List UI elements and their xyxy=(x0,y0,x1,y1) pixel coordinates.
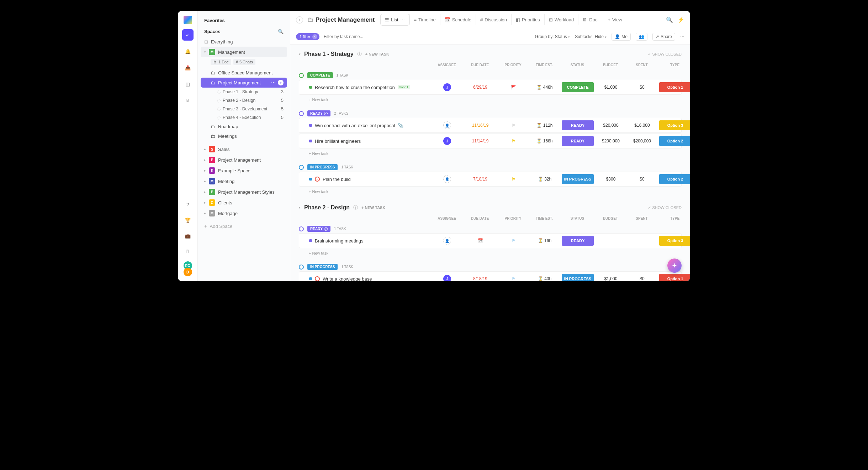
chats-chip[interactable]: # 5 Chats xyxy=(233,59,255,65)
show-closed-button[interactable]: ✓ SHOW CLOSED xyxy=(648,52,682,57)
add-space[interactable]: + Add Space xyxy=(201,221,287,231)
time-est[interactable]: ⏳ 168h xyxy=(530,139,559,143)
status-circle-icon[interactable] xyxy=(299,111,304,116)
due-date[interactable]: 📅 xyxy=(464,238,496,243)
docs-icon[interactable]: 🗎 xyxy=(182,95,194,106)
budget[interactable]: $1,000 xyxy=(597,85,625,90)
more-icon[interactable]: ⋯ xyxy=(271,80,276,85)
logo-icon[interactable] xyxy=(184,16,192,24)
status-pill[interactable]: READY xyxy=(562,120,594,130)
status-circle-icon[interactable] xyxy=(299,73,304,78)
status-pill[interactable]: IN PROGRESS xyxy=(562,274,594,281)
add-task-row[interactable]: + New task xyxy=(299,95,682,104)
space-item[interactable]: ▸MMortgage xyxy=(201,208,287,219)
status-circle-icon[interactable] xyxy=(299,226,304,231)
status-pill[interactable]: COMPLETE xyxy=(562,82,594,92)
task-row[interactable]: − Plan the build 👤 7/18/19 ⚑ ⏳ 32h IN PR… xyxy=(299,172,682,187)
automation-icon[interactable]: ⚡ xyxy=(677,16,684,23)
more-icon[interactable]: ⋯ xyxy=(680,34,684,39)
group-by[interactable]: Group by: Status ▾ xyxy=(535,34,570,39)
spent[interactable]: $0 xyxy=(628,276,656,281)
share-button[interactable]: ↗ Share xyxy=(652,33,675,41)
budget[interactable]: $200,000 xyxy=(597,139,625,143)
status-circle-icon[interactable] xyxy=(299,265,304,270)
collapse-sidebar-button[interactable]: ‹ xyxy=(296,16,303,24)
due-date[interactable]: 8/18/19 xyxy=(464,276,496,281)
phase-item[interactable]: ◌Phase 4 - Execution5 xyxy=(201,113,287,122)
add-view-button[interactable]: + View xyxy=(603,14,626,25)
spent[interactable]: $16,000 xyxy=(628,123,656,128)
space-item[interactable]: ▸PProject Management xyxy=(201,155,287,165)
subtasks-toggle[interactable]: Subtasks: Hide ▾ xyxy=(575,34,607,39)
chevron-down-icon[interactable]: ▾ xyxy=(299,52,301,56)
budget[interactable]: $20,000 xyxy=(597,123,625,128)
phase-item[interactable]: ◌Phase 2 - Design5 xyxy=(201,96,287,105)
status-badge[interactable]: READY ✓ xyxy=(307,226,330,232)
view-tab-schedule[interactable]: 📅Schedule xyxy=(440,14,476,25)
space-item[interactable]: ▸EExample Space xyxy=(201,165,287,176)
due-date[interactable]: 6/29/19 xyxy=(464,85,496,90)
task-row[interactable]: Win contract with an excellent proposal … xyxy=(299,118,682,133)
space-management[interactable]: ▾ M Management xyxy=(201,47,287,57)
priority-flag[interactable]: ⚑ xyxy=(499,139,528,143)
dashboards-icon[interactable]: ◫ xyxy=(182,78,194,90)
info-icon[interactable]: ⓘ xyxy=(357,51,362,57)
inbox-icon[interactable]: 📥 xyxy=(182,62,194,73)
filter-pill[interactable]: 1 filter✕ xyxy=(296,33,319,40)
filter-input[interactable] xyxy=(324,34,395,39)
add-icon[interactable]: + xyxy=(278,80,284,85)
priority-flag[interactable]: ⚑ xyxy=(499,276,528,281)
assignee-empty[interactable]: 👤 xyxy=(443,121,451,129)
type-pill[interactable]: Option 2 xyxy=(659,174,690,184)
budget[interactable]: $1,000 xyxy=(597,276,625,281)
assignee-avatar[interactable]: J xyxy=(443,137,451,145)
me-button[interactable]: 👤 Me xyxy=(612,33,631,41)
type-pill[interactable]: Option 1 xyxy=(659,82,690,92)
time-est[interactable]: ⏳ 32h xyxy=(530,177,559,182)
spent[interactable]: - xyxy=(628,238,656,243)
favorites-heading[interactable]: Favorites xyxy=(201,15,287,26)
work-icon[interactable]: 💼 xyxy=(182,230,194,241)
assignee-empty[interactable]: 👤 xyxy=(443,237,451,245)
add-task-row[interactable]: + New task xyxy=(299,149,682,158)
chevron-down-icon[interactable]: ▾ xyxy=(299,206,301,209)
trophy-icon[interactable]: 🏆 xyxy=(182,214,194,226)
budget[interactable]: $300 xyxy=(597,177,625,182)
status-pill[interactable]: READY xyxy=(562,136,594,146)
space-item[interactable]: ▸PProject Management Styles xyxy=(201,187,287,197)
status-badge[interactable]: COMPLETE xyxy=(307,72,333,78)
search-icon[interactable]: 🔍 xyxy=(278,29,284,34)
status-badge[interactable]: IN PROGRESS xyxy=(307,264,338,270)
due-date[interactable]: 11/14/19 xyxy=(464,139,496,143)
phase-item[interactable]: ◌Phase 1 - Strategy3 xyxy=(201,88,287,96)
add-task-row[interactable]: + New task xyxy=(299,249,682,257)
view-tab-discussion[interactable]: #Discussion xyxy=(476,14,511,25)
due-date[interactable]: 7/18/19 xyxy=(464,177,496,182)
view-tab-workload[interactable]: ⊞Workload xyxy=(544,14,578,25)
task-row[interactable]: Hire brilliant engineers J 11/14/19 ⚑ ⏳ … xyxy=(299,134,682,148)
assignees-button[interactable]: 👥 xyxy=(636,33,647,41)
assignee-empty[interactable]: 👤 xyxy=(443,175,451,183)
folder-item[interactable]: 🗀Project Management⋯+ xyxy=(201,78,287,88)
priority-flag[interactable]: ⚑ xyxy=(499,177,528,182)
budget[interactable]: - xyxy=(597,238,625,243)
folder-item[interactable]: 🗀Roadmap xyxy=(201,122,287,131)
show-closed-button[interactable]: ✓ SHOW CLOSED xyxy=(648,205,682,210)
info-icon[interactable]: ⓘ xyxy=(353,204,358,211)
assignee-avatar[interactable]: J xyxy=(443,275,451,281)
spent[interactable]: $0 xyxy=(628,177,656,182)
add-task-row[interactable]: + New task xyxy=(299,187,682,196)
status-badge[interactable]: IN PROGRESS xyxy=(307,164,338,170)
notifications-icon[interactable]: 🔔 xyxy=(182,46,194,57)
type-pill[interactable]: Option 1 xyxy=(659,274,690,281)
doc-chip[interactable]: 🗎 1 Doc xyxy=(211,59,231,65)
task-row[interactable]: Research how to crush the competition fl… xyxy=(299,80,682,95)
priority-flag[interactable]: ⚑ xyxy=(499,123,528,128)
priority-flag[interactable]: 🚩 xyxy=(499,85,528,90)
spent[interactable]: $200,000 xyxy=(628,139,656,143)
assignee-avatar[interactable]: J xyxy=(443,83,451,91)
type-pill[interactable]: Option 2 xyxy=(659,136,690,146)
status-pill[interactable]: IN PROGRESS xyxy=(562,174,594,184)
folder-item[interactable]: 🗀Meetings xyxy=(201,131,287,141)
close-icon[interactable]: ✕ xyxy=(312,34,317,39)
